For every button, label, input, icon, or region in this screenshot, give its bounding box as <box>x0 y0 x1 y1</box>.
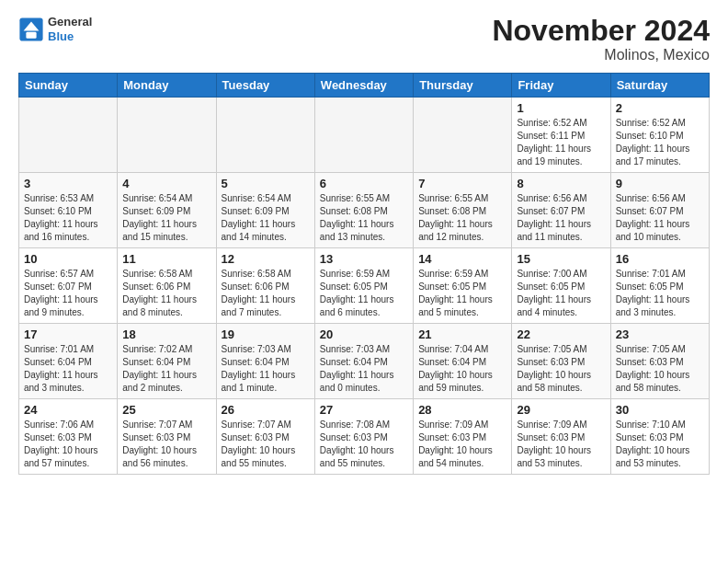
day-info: Sunrise: 7:00 AM Sunset: 6:05 PM Dayligh… <box>517 268 605 319</box>
day-info: Sunrise: 6:53 AM Sunset: 6:10 PM Dayligh… <box>24 192 112 244</box>
day-info: Sunrise: 7:03 AM Sunset: 6:04 PM Dayligh… <box>222 343 310 395</box>
logo: General Blue <box>18 15 92 43</box>
day-info: Sunrise: 7:04 AM Sunset: 6:04 PM Dayligh… <box>418 343 506 395</box>
calendar-cell: 8Sunrise: 6:56 AM Sunset: 6:07 PM Daylig… <box>512 173 610 248</box>
calendar-cell: 7Sunrise: 6:55 AM Sunset: 6:08 PM Daylig… <box>414 173 512 248</box>
calendar-cell <box>414 98 512 173</box>
day-info: Sunrise: 7:05 AM Sunset: 6:03 PM Dayligh… <box>616 343 704 395</box>
week-row-5: 24Sunrise: 7:06 AM Sunset: 6:03 PM Dayli… <box>19 399 710 475</box>
day-info: Sunrise: 7:01 AM Sunset: 6:04 PM Dayligh… <box>24 343 112 395</box>
day-number: 27 <box>320 403 408 417</box>
calendar-cell <box>19 98 118 173</box>
calendar-cell: 23Sunrise: 7:05 AM Sunset: 6:03 PM Dayli… <box>610 324 709 399</box>
calendar-cell <box>314 98 413 173</box>
calendar-cell: 6Sunrise: 6:55 AM Sunset: 6:08 PM Daylig… <box>314 173 413 248</box>
title-block: November 2024 Molinos, Mexico <box>492 15 710 63</box>
calendar-cell: 9Sunrise: 6:56 AM Sunset: 6:07 PM Daylig… <box>610 173 709 248</box>
day-info: Sunrise: 6:52 AM Sunset: 6:10 PM Dayligh… <box>616 117 704 168</box>
day-info: Sunrise: 6:56 AM Sunset: 6:07 PM Dayligh… <box>616 192 704 244</box>
week-row-1: 1Sunrise: 6:52 AM Sunset: 6:11 PM Daylig… <box>19 98 710 173</box>
calendar-cell: 11Sunrise: 6:58 AM Sunset: 6:06 PM Dayli… <box>118 248 216 324</box>
day-info: Sunrise: 6:54 AM Sunset: 6:09 PM Dayligh… <box>222 192 310 244</box>
day-number: 21 <box>418 327 506 341</box>
day-number: 25 <box>122 403 210 417</box>
day-header-saturday: Saturday <box>610 74 709 98</box>
calendar-cell: 10Sunrise: 6:57 AM Sunset: 6:07 PM Dayli… <box>19 248 118 324</box>
day-info: Sunrise: 7:05 AM Sunset: 6:03 PM Dayligh… <box>517 343 605 395</box>
day-number: 28 <box>418 403 506 417</box>
day-number: 13 <box>320 252 408 266</box>
day-number: 8 <box>517 177 605 190</box>
month-title: November 2024 <box>492 15 710 47</box>
day-info: Sunrise: 6:55 AM Sunset: 6:08 PM Dayligh… <box>320 192 408 244</box>
day-info: Sunrise: 7:03 AM Sunset: 6:04 PM Dayligh… <box>320 343 408 395</box>
logo-text: General Blue <box>48 15 92 43</box>
day-number: 12 <box>222 252 310 266</box>
calendar-cell: 20Sunrise: 7:03 AM Sunset: 6:04 PM Dayli… <box>314 324 413 399</box>
calendar-cell <box>118 98 216 173</box>
calendar-cell: 4Sunrise: 6:54 AM Sunset: 6:09 PM Daylig… <box>118 173 216 248</box>
day-info: Sunrise: 7:06 AM Sunset: 6:03 PM Dayligh… <box>24 419 112 470</box>
calendar-cell: 19Sunrise: 7:03 AM Sunset: 6:04 PM Dayli… <box>216 324 314 399</box>
day-number: 5 <box>222 177 310 190</box>
day-header-sunday: Sunday <box>19 74 118 98</box>
calendar-cell: 12Sunrise: 6:58 AM Sunset: 6:06 PM Dayli… <box>216 248 314 324</box>
day-number: 1 <box>517 101 605 115</box>
calendar-cell: 26Sunrise: 7:07 AM Sunset: 6:03 PM Dayli… <box>216 399 314 475</box>
day-number: 9 <box>616 177 704 190</box>
day-info: Sunrise: 6:55 AM Sunset: 6:08 PM Dayligh… <box>418 192 506 244</box>
calendar-cell: 13Sunrise: 6:59 AM Sunset: 6:05 PM Dayli… <box>314 248 413 324</box>
day-info: Sunrise: 7:09 AM Sunset: 6:03 PM Dayligh… <box>517 419 605 470</box>
calendar-cell: 1Sunrise: 6:52 AM Sunset: 6:11 PM Daylig… <box>512 98 610 173</box>
week-row-4: 17Sunrise: 7:01 AM Sunset: 6:04 PM Dayli… <box>19 324 710 399</box>
day-number: 22 <box>517 327 605 341</box>
calendar-cell: 21Sunrise: 7:04 AM Sunset: 6:04 PM Dayli… <box>414 324 512 399</box>
week-row-3: 10Sunrise: 6:57 AM Sunset: 6:07 PM Dayli… <box>19 248 710 324</box>
logo-blue-text: Blue <box>48 29 92 44</box>
day-info: Sunrise: 6:58 AM Sunset: 6:06 PM Dayligh… <box>122 268 210 319</box>
calendar-cell: 22Sunrise: 7:05 AM Sunset: 6:03 PM Dayli… <box>512 324 610 399</box>
day-number: 26 <box>222 403 310 417</box>
day-info: Sunrise: 7:01 AM Sunset: 6:05 PM Dayligh… <box>616 268 704 319</box>
day-info: Sunrise: 6:57 AM Sunset: 6:07 PM Dayligh… <box>24 268 112 319</box>
day-info: Sunrise: 7:07 AM Sunset: 6:03 PM Dayligh… <box>222 419 310 470</box>
day-number: 3 <box>24 177 112 190</box>
header: General Blue November 2024 Molinos, Mexi… <box>18 15 710 63</box>
calendar-cell: 28Sunrise: 7:09 AM Sunset: 6:03 PM Dayli… <box>414 399 512 475</box>
day-info: Sunrise: 7:08 AM Sunset: 6:03 PM Dayligh… <box>320 419 408 470</box>
location-subtitle: Molinos, Mexico <box>492 47 710 63</box>
day-number: 4 <box>122 177 210 190</box>
day-number: 16 <box>616 252 704 266</box>
days-header-row: SundayMondayTuesdayWednesdayThursdayFrid… <box>19 74 710 98</box>
day-info: Sunrise: 7:02 AM Sunset: 6:04 PM Dayligh… <box>122 343 210 395</box>
calendar-cell: 15Sunrise: 7:00 AM Sunset: 6:05 PM Dayli… <box>512 248 610 324</box>
day-number: 10 <box>24 252 112 266</box>
day-number: 24 <box>24 403 112 417</box>
day-number: 30 <box>616 403 704 417</box>
day-number: 15 <box>517 252 605 266</box>
day-number: 6 <box>320 177 408 190</box>
day-info: Sunrise: 6:59 AM Sunset: 6:05 PM Dayligh… <box>418 268 506 319</box>
page: General Blue November 2024 Molinos, Mexi… <box>0 0 728 489</box>
day-header-tuesday: Tuesday <box>216 74 314 98</box>
logo-general-text: General <box>48 15 92 29</box>
week-row-2: 3Sunrise: 6:53 AM Sunset: 6:10 PM Daylig… <box>19 173 710 248</box>
calendar-cell: 17Sunrise: 7:01 AM Sunset: 6:04 PM Dayli… <box>19 324 118 399</box>
svg-rect-2 <box>26 31 36 38</box>
calendar-table: SundayMondayTuesdayWednesdayThursdayFrid… <box>18 73 710 475</box>
calendar-cell: 18Sunrise: 7:02 AM Sunset: 6:04 PM Dayli… <box>118 324 216 399</box>
calendar-cell: 27Sunrise: 7:08 AM Sunset: 6:03 PM Dayli… <box>314 399 413 475</box>
calendar-cell: 3Sunrise: 6:53 AM Sunset: 6:10 PM Daylig… <box>19 173 118 248</box>
calendar-cell: 16Sunrise: 7:01 AM Sunset: 6:05 PM Dayli… <box>610 248 709 324</box>
day-info: Sunrise: 6:59 AM Sunset: 6:05 PM Dayligh… <box>320 268 408 319</box>
day-info: Sunrise: 6:54 AM Sunset: 6:09 PM Dayligh… <box>122 192 210 244</box>
day-header-thursday: Thursday <box>414 74 512 98</box>
day-number: 2 <box>616 101 704 115</box>
day-header-monday: Monday <box>118 74 216 98</box>
day-number: 7 <box>418 177 506 190</box>
day-number: 14 <box>418 252 506 266</box>
calendar-cell: 2Sunrise: 6:52 AM Sunset: 6:10 PM Daylig… <box>610 98 709 173</box>
day-info: Sunrise: 6:52 AM Sunset: 6:11 PM Dayligh… <box>517 117 605 168</box>
calendar-cell: 25Sunrise: 7:07 AM Sunset: 6:03 PM Dayli… <box>118 399 216 475</box>
day-number: 19 <box>222 327 310 341</box>
